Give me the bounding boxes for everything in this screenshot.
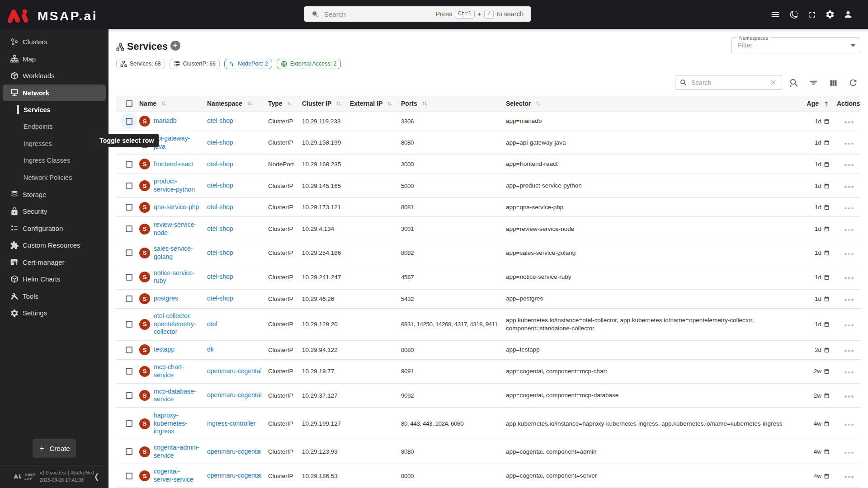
sidebar-item-network[interactable]: Network bbox=[3, 84, 106, 102]
sidebar-collapse-icon[interactable]: ❮ bbox=[94, 472, 99, 481]
namespace-link[interactable]: otel bbox=[207, 320, 217, 328]
namespace-link[interactable]: otel-shop bbox=[207, 203, 233, 211]
table-search-input[interactable]: Search bbox=[675, 75, 782, 90]
service-name-link[interactable]: frontend-react bbox=[154, 160, 193, 169]
sidebar-item-clusters[interactable]: Clusters bbox=[0, 33, 108, 51]
service-name-link[interactable]: testapp bbox=[154, 346, 175, 354]
sidebar-item-settings[interactable]: Settings bbox=[0, 305, 108, 322]
namespace-link[interactable]: otel-shop bbox=[207, 295, 233, 302]
column-header-cluster-ip[interactable]: Cluster IP bbox=[295, 96, 343, 112]
row-actions-menu[interactable] bbox=[844, 164, 854, 166]
services-icon bbox=[116, 43, 124, 51]
service-name-link[interactable]: qna-service-php bbox=[154, 203, 199, 211]
column-header-namespace[interactable]: Namespace bbox=[201, 96, 261, 112]
account-icon[interactable] bbox=[839, 5, 857, 23]
column-header-selector[interactable]: Selector bbox=[499, 96, 800, 112]
column-header-age[interactable]: Age bbox=[800, 96, 837, 112]
namespace-link[interactable]: otel-shop bbox=[207, 182, 233, 189]
service-name-link[interactable]: otel-collector-opentelemetry-collector bbox=[154, 312, 196, 336]
row-actions-menu[interactable] bbox=[844, 350, 854, 352]
sidebar-item-configuration[interactable]: Configuration bbox=[0, 220, 108, 237]
row-actions-menu[interactable] bbox=[844, 229, 854, 231]
summary-chip-clusterip[interactable]: ClusterIP: 66 bbox=[170, 59, 220, 69]
column-header-external-ip[interactable]: External IP bbox=[343, 96, 394, 112]
service-badge: S bbox=[139, 224, 150, 235]
namespace-filter-value: Filter bbox=[738, 42, 752, 49]
create-button[interactable]: Create bbox=[33, 439, 76, 458]
row-actions-menu[interactable] bbox=[844, 253, 854, 255]
namespace-filter-select[interactable]: Namespaces Filter bbox=[731, 38, 860, 53]
sidebar-subitem-label: Services bbox=[24, 106, 51, 113]
sidebar-subitem-network-policies[interactable]: Network Policies bbox=[0, 169, 108, 186]
namespace-link[interactable]: otel-shop bbox=[207, 225, 233, 232]
service-name-link[interactable]: mcp-chart-service bbox=[154, 363, 184, 379]
sidebar-item-tools[interactable]: Tools bbox=[0, 288, 108, 305]
row-actions-menu[interactable] bbox=[844, 186, 854, 188]
service-name-link[interactable]: cogentai-server-service bbox=[154, 468, 193, 483]
service-name-link[interactable]: notice-service-ruby bbox=[154, 269, 195, 285]
fullscreen-icon[interactable] bbox=[803, 5, 821, 23]
clear-search-filter-icon[interactable] bbox=[788, 77, 799, 88]
namespace-link[interactable]: openmaru-cogentai bbox=[207, 472, 262, 479]
namespace-link[interactable]: otel-shop bbox=[207, 139, 233, 146]
row-actions-menu[interactable] bbox=[844, 207, 854, 210]
global-search-input[interactable]: Search Press Ctrl + / to search bbox=[304, 6, 531, 22]
namespace-link[interactable]: otel-shop bbox=[207, 117, 233, 124]
namespace-link[interactable]: otel-shop bbox=[207, 249, 233, 256]
sidebar-item-map[interactable]: Map bbox=[0, 51, 108, 68]
sidebar-subitem-ingress-classes[interactable]: Ingress Classes bbox=[0, 152, 108, 169]
namespace-link[interactable]: otel-shop bbox=[207, 273, 233, 280]
service-name-link[interactable]: haproxy-kubernetes-ingress bbox=[154, 412, 187, 436]
column-header-name[interactable]: Name bbox=[132, 96, 201, 112]
namespace-link[interactable]: otel-shop bbox=[207, 160, 233, 168]
namespace-link[interactable]: dk bbox=[207, 346, 214, 353]
namespace-link[interactable]: openmaru-cogentai bbox=[207, 367, 262, 375]
namespace-link[interactable]: ingress-controller bbox=[207, 420, 255, 427]
sidebar-subitem-services[interactable]: Services bbox=[0, 101, 108, 118]
service-name-link[interactable]: cogentai-admin-service bbox=[154, 444, 199, 460]
row-actions-menu[interactable] bbox=[844, 324, 854, 327]
summary-chip-external-access[interactable]: External Access: 2 bbox=[277, 59, 341, 69]
add-service-button[interactable] bbox=[170, 41, 180, 51]
sidebar-item-storage[interactable]: Storage bbox=[0, 186, 108, 203]
row-actions-menu[interactable] bbox=[844, 371, 854, 374]
summary-chip-nodeport[interactable]: NodePort: 2 bbox=[224, 59, 272, 69]
columns-icon[interactable] bbox=[828, 77, 839, 88]
sidebar-subitem-endpoints[interactable]: Endpoints bbox=[0, 118, 108, 136]
sidebar-item-workloads[interactable]: Workloads bbox=[0, 67, 108, 84]
column-header-type[interactable]: Type bbox=[261, 96, 295, 112]
row-actions-menu[interactable] bbox=[844, 121, 854, 123]
tooltip: Toggle select row bbox=[95, 134, 159, 147]
namespace-link[interactable]: openmaru-cogentai bbox=[207, 448, 262, 455]
column-header-ports[interactable]: Ports bbox=[394, 96, 499, 112]
sidebar-item-helm-charts[interactable]: Helm Charts bbox=[0, 271, 108, 288]
refresh-icon[interactable] bbox=[848, 77, 859, 88]
service-name-link[interactable]: sales-service-golang bbox=[154, 245, 193, 261]
service-name-link[interactable]: mcp-database-service bbox=[154, 388, 196, 404]
sidebar-item-cert-manager[interactable]: Cert-manager bbox=[0, 254, 108, 271]
row-actions-menu[interactable] bbox=[844, 395, 854, 398]
menu-icon[interactable] bbox=[766, 5, 784, 23]
row-actions-menu[interactable] bbox=[844, 476, 854, 478]
service-name-link[interactable]: mariadb bbox=[154, 117, 177, 125]
namespace-link[interactable]: openmaru-cogentai bbox=[207, 391, 262, 399]
sidebar-subitem-ingresses[interactable]: Ingresses bbox=[0, 135, 108, 152]
row-actions-menu[interactable] bbox=[844, 424, 854, 426]
sidebar-item-security[interactable]: Security bbox=[0, 203, 108, 220]
service-name-link[interactable]: product-service-python bbox=[154, 178, 195, 193]
summary-chip-services[interactable]: Services: 68 bbox=[116, 59, 165, 69]
service-name-link[interactable]: review-service-node bbox=[154, 221, 196, 237]
settings-gear-icon[interactable] bbox=[821, 5, 839, 23]
row-actions-menu[interactable] bbox=[844, 299, 854, 301]
service-name-link[interactable]: postgres bbox=[154, 295, 178, 303]
dark-mode-icon[interactable] bbox=[785, 5, 803, 23]
row-actions-menu[interactable] bbox=[844, 452, 854, 454]
sidebar-item-custom-resources[interactable]: Custom Resources bbox=[0, 237, 108, 254]
filter-icon[interactable] bbox=[808, 77, 819, 88]
row-actions-menu[interactable] bbox=[844, 277, 854, 279]
row-actions-menu[interactable] bbox=[844, 143, 854, 145]
service-name-link[interactable]: api-gateway-java bbox=[154, 135, 190, 150]
cluster-ip-cell: 10.29.186.53 bbox=[295, 464, 343, 488]
clear-search-icon[interactable] bbox=[769, 79, 777, 86]
brand-logo[interactable]: MSAP.ai bbox=[7, 8, 98, 23]
